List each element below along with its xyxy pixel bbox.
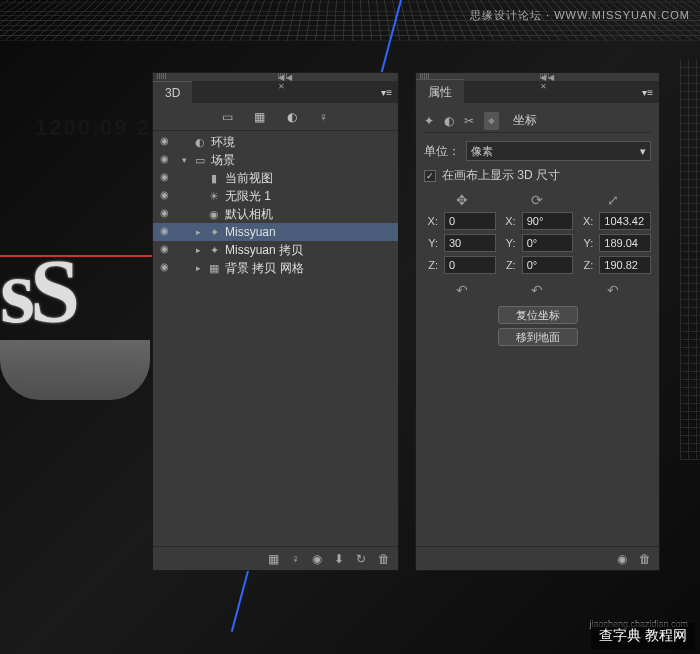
watermark-top: 思缘设计论坛 · WWW.MISSYUAN.COM (470, 8, 690, 23)
watermark-bottom: 查字典 教程网 (591, 623, 695, 649)
tree-row[interactable]: ◉▮当前视图 (153, 169, 398, 187)
x-pos-input[interactable] (444, 212, 496, 230)
z-label: Z: (424, 259, 438, 271)
x-label: X: (502, 215, 516, 227)
reset-coords-button[interactable]: 复位坐标 (498, 306, 578, 324)
tree-row[interactable]: ◉◉默认相机 (153, 205, 398, 223)
visibility-icon[interactable]: ◉ (157, 153, 171, 167)
tree-row[interactable]: ◉☀无限光 1 (153, 187, 398, 205)
show3d-label: 在画布上显示 3D 尺寸 (442, 167, 560, 184)
panel-3d: ◀◀ ✕ 3D ▾≡ ▭ ▦ ◐ ♀ ◉◐环境◉▾▭场景◉▮当前视图◉☀无限光 … (152, 72, 399, 571)
move-icon: ✥ (456, 192, 468, 208)
z-pos-input[interactable] (444, 256, 496, 274)
move-to-ground-button[interactable]: 移到地面 (498, 328, 578, 346)
node-type-icon: ◉ (207, 208, 221, 221)
grid-plane-right (680, 60, 700, 460)
panel-menu-icon[interactable]: ▾≡ (636, 87, 659, 98)
node-label: Missyuan 拷贝 (225, 242, 303, 259)
panel-menu-icon[interactable]: ▾≡ (375, 87, 398, 98)
tree-row[interactable]: ◉◐环境 (153, 133, 398, 151)
panel-footer-prop: ◉ 🗑 (416, 546, 659, 570)
disclosure-icon[interactable]: ▾ (179, 155, 189, 165)
prop-coord-icon[interactable]: ⌖ (484, 112, 499, 130)
visibility-icon[interactable]: ◉ (157, 225, 171, 239)
filter-scene-icon[interactable]: ▭ (220, 109, 236, 125)
filter-light-icon[interactable]: ♀ (316, 109, 332, 125)
text3d-extrusion (0, 340, 150, 400)
node-label: 无限光 1 (225, 188, 271, 205)
disclosure-icon[interactable]: ▸ (193, 245, 203, 255)
prop-cap-icon[interactable]: ✂ (464, 114, 474, 128)
tab-bar: 属性 ▾≡ (416, 81, 659, 103)
reset-icons-row: ↶ ↶ ↶ (424, 282, 651, 298)
panel-properties: ◀◀ ✕ 属性 ▾≡ ✦ ◐ ✂ ⌖ 坐标 单位： 像素▾ ✓ 在画布上显示 3… (415, 72, 660, 571)
x-rot-input[interactable] (522, 212, 574, 230)
footer-add-icon[interactable]: ↻ (356, 552, 366, 566)
node-label: 背景 拷贝 网格 (225, 260, 304, 277)
z-label: Z: (502, 259, 516, 271)
y-rot-input[interactable] (522, 234, 574, 252)
property-mode-bar: ✦ ◐ ✂ ⌖ 坐标 (424, 109, 651, 133)
node-type-icon: ☀ (207, 190, 221, 203)
node-label: 场景 (211, 152, 235, 169)
visibility-icon[interactable]: ◉ (157, 243, 171, 257)
prop-deform-icon[interactable]: ◐ (444, 114, 454, 128)
tab-3d[interactable]: 3D (153, 81, 192, 104)
scene-tree: ◉◐环境◉▾▭场景◉▮当前视图◉☀无限光 1◉◉默认相机◉▸✦Missyuan◉… (153, 131, 398, 279)
z-scale-input[interactable] (599, 256, 651, 274)
background-timestamp: 1200.09 25 (35, 115, 165, 141)
reset-pos-icon[interactable]: ↶ (456, 282, 468, 298)
scale-icon: ⤢ (607, 192, 619, 208)
tree-row[interactable]: ◉▸▦背景 拷贝 网格 (153, 259, 398, 277)
panel-footer-3d: ▦ ♀ ◉ ⬇ ↻ 🗑 (153, 546, 398, 570)
y-label: Y: (579, 237, 593, 249)
z-label: Z: (579, 259, 593, 271)
visibility-icon[interactable]: ◉ (157, 171, 171, 185)
y-pos-input[interactable] (444, 234, 496, 252)
tree-row[interactable]: ◉▸✦Missyuan 拷贝 (153, 241, 398, 259)
node-type-icon: ▦ (207, 262, 221, 275)
y-scale-input[interactable] (599, 234, 651, 252)
visibility-icon[interactable]: ◉ (157, 189, 171, 203)
tree-row[interactable]: ◉▸✦Missyuan (153, 223, 398, 241)
x-label: X: (424, 215, 438, 227)
show3d-checkbox[interactable]: ✓ (424, 170, 436, 182)
node-label: 当前视图 (225, 170, 273, 187)
tab-properties[interactable]: 属性 (416, 79, 464, 105)
unit-label: 单位： (424, 143, 460, 160)
footer-render-icon[interactable]: ⬇ (334, 552, 344, 566)
visibility-icon[interactable]: ◉ (157, 207, 171, 221)
node-type-icon: ◐ (193, 136, 207, 149)
filter-material-icon[interactable]: ◐ (284, 109, 300, 125)
footer-delete-icon[interactable]: 🗑 (378, 552, 390, 566)
node-label: Missyuan (225, 225, 276, 239)
unit-dropdown[interactable]: 像素▾ (466, 141, 651, 161)
visibility-icon[interactable]: ◉ (157, 261, 171, 275)
node-type-icon: ✦ (207, 226, 221, 239)
panel-collapse-icon[interactable]: ◀◀ ✕ (278, 73, 288, 79)
footer-search-icon[interactable]: ▦ (268, 552, 279, 566)
prop-mesh-icon[interactable]: ✦ (424, 114, 434, 128)
node-label: 默认相机 (225, 206, 273, 223)
coord-grid: X: X: X: Y: Y: Y: Z: Z: Z: (424, 212, 651, 274)
disclosure-icon[interactable]: ▸ (193, 263, 203, 273)
reset-scale-icon[interactable]: ↶ (607, 282, 619, 298)
text3d-object[interactable]: sS (0, 240, 75, 343)
reset-rot-icon[interactable]: ↶ (531, 282, 543, 298)
x-scale-input[interactable] (599, 212, 651, 230)
footer-light-icon[interactable]: ♀ (291, 552, 300, 566)
node-type-icon: ✦ (207, 244, 221, 257)
footer-render-icon[interactable]: ◉ (617, 552, 627, 566)
visibility-icon[interactable]: ◉ (157, 135, 171, 149)
filter-mesh-icon[interactable]: ▦ (252, 109, 268, 125)
footer-delete-icon[interactable]: 🗑 (639, 552, 651, 566)
disclosure-icon[interactable]: ▸ (193, 227, 203, 237)
section-label: 坐标 (513, 112, 537, 129)
tree-row[interactable]: ◉▾▭场景 (153, 151, 398, 169)
z-rot-input[interactable] (522, 256, 574, 274)
footer-camera-icon[interactable]: ◉ (312, 552, 322, 566)
x-label: X: (579, 215, 593, 227)
panel-collapse-icon[interactable]: ◀◀ ✕ (540, 73, 550, 79)
coord-header: ✥ ⟳ ⤢ (424, 192, 651, 208)
node-label: 环境 (211, 134, 235, 151)
